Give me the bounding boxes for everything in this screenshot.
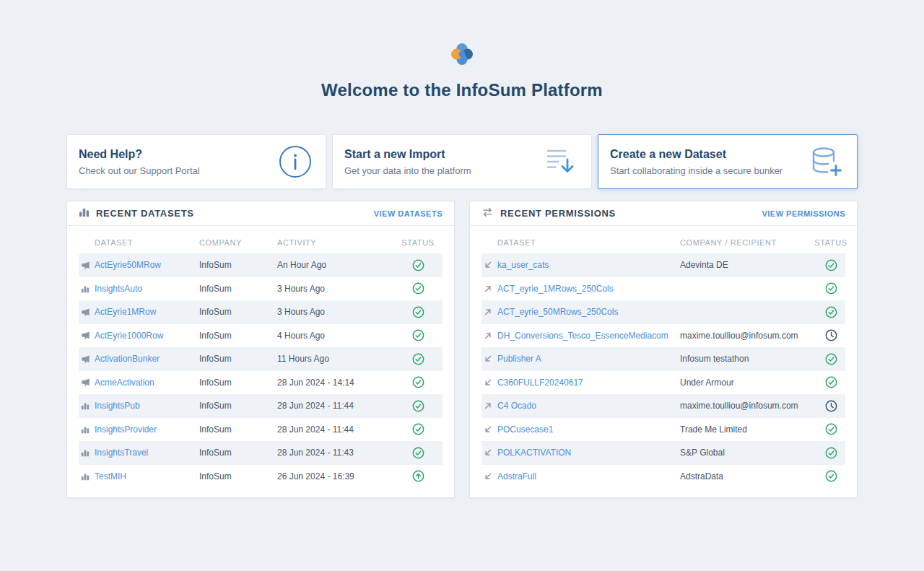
- permission-row[interactable]: POCusecase1Trade Me Limited: [481, 418, 845, 442]
- permission-row[interactable]: ACT_eyrie_50MRows_250Cols: [481, 300, 845, 324]
- check-circle-icon: [393, 447, 443, 459]
- dataset-activity: 28 Jun 2024 - 11:43: [277, 448, 393, 458]
- megaphone-icon: [79, 354, 95, 364]
- permission-dataset-link[interactable]: ACT_eyrie_1MRows_250Cols: [497, 284, 614, 294]
- permission-row[interactable]: AdstraFullAdstraData: [481, 465, 845, 489]
- dataset-link[interactable]: ActivationBunker: [95, 354, 160, 364]
- dataset-link[interactable]: InsightsPub: [95, 401, 140, 411]
- bar-chart-icon: [79, 206, 90, 220]
- permission-dataset-link[interactable]: C4 Ocado: [497, 401, 536, 411]
- dataset-row[interactable]: InsightsTravelInfoSum28 Jun 2024 - 11:43: [79, 441, 443, 465]
- bar-chart-icon: [79, 448, 95, 457]
- arrow-up-right-icon: [481, 401, 497, 410]
- card-subtitle: Start collaborating inside a secure bunk…: [610, 165, 783, 176]
- check-circle-icon: [816, 306, 845, 318]
- card-text: Create a new Dataset Start collaborating…: [610, 148, 783, 176]
- column-header: STATUS: [393, 238, 443, 247]
- check-circle-icon: [393, 423, 443, 435]
- dataset-link[interactable]: ActEyrie1MRow: [95, 307, 156, 317]
- card-title: Start a new Import: [344, 148, 471, 161]
- check-circle-icon: [393, 400, 443, 412]
- logo-container: [66, 0, 858, 69]
- dataset-row[interactable]: TestMIHInfoSum26 Jun 2024 - 16:39: [79, 465, 443, 489]
- dataset-company: InfoSum: [199, 448, 277, 458]
- dataset-activity: 26 Jun 2024 - 16:39: [277, 471, 393, 481]
- dataset-row[interactable]: AcmeActivationInfoSum28 Jun 2024 - 14:14: [79, 371, 443, 395]
- permission-dataset-link[interactable]: POLKACTIVATION: [497, 448, 571, 458]
- dataset-link[interactable]: ActEyrie50MRow: [95, 260, 161, 270]
- card-text: Start a new Import Get your data into th…: [344, 148, 471, 176]
- dataset-name-cell: ActEyrie50MRow: [95, 260, 199, 270]
- create-dataset-card[interactable]: Create a new Dataset Start collaborating…: [598, 134, 858, 189]
- dataset-link[interactable]: ActEyrie1000Row: [95, 331, 163, 341]
- dataset-company: InfoSum: [199, 378, 277, 388]
- permission-recipient: Trade Me Limited: [680, 424, 816, 435]
- bar-chart-icon: [79, 425, 95, 434]
- dataset-company: InfoSum: [199, 331, 277, 341]
- dataset-name-cell: InsightsAuto: [95, 284, 199, 294]
- permission-row[interactable]: POLKACTIVATIONS&P Global: [481, 441, 845, 465]
- dataset-link[interactable]: AcmeActivation: [95, 378, 154, 388]
- check-circle-icon: [816, 259, 845, 271]
- permission-row[interactable]: Publisher AInfosum testathon: [481, 347, 845, 371]
- clock-icon: [816, 329, 845, 341]
- permission-recipient: Adevinta DE: [680, 260, 816, 270]
- check-circle-icon: [816, 376, 845, 388]
- permission-row[interactable]: C360FULLF20240617Under Armour: [481, 371, 845, 395]
- need-help-card[interactable]: Need Help? Check out our Support Portal: [66, 134, 326, 189]
- permission-dataset-link[interactable]: POCusecase1: [497, 424, 553, 435]
- page-title: Welcome to the InfoSum Platform: [66, 80, 858, 100]
- dataset-row[interactable]: InsightsAutoInfoSum3 Hours Ago: [79, 277, 443, 301]
- check-circle-icon: [393, 259, 443, 271]
- permission-recipient: Under Armour: [680, 378, 816, 388]
- dataset-company: InfoSum: [199, 471, 277, 481]
- dataset-link[interactable]: InsightsTravel: [95, 448, 148, 458]
- permission-row[interactable]: ka_user_catsAdevinta DE: [481, 253, 845, 277]
- permission-row[interactable]: ACT_eyrie_1MRows_250Cols: [481, 277, 845, 301]
- dataset-activity: 3 Hours Ago: [277, 284, 393, 294]
- dataset-link[interactable]: InsightsProvider: [95, 424, 157, 435]
- permission-row[interactable]: C4 Ocadomaxime.toulliou@infosum.com: [481, 394, 845, 418]
- permission-recipient: S&P Global: [680, 448, 816, 458]
- permission-dataset-link[interactable]: Publisher A: [497, 354, 541, 364]
- permission-name-cell: Publisher A: [497, 354, 680, 364]
- megaphone-icon: [79, 378, 95, 387]
- dataset-row[interactable]: InsightsProviderInfoSum28 Jun 2024 - 11:…: [79, 418, 443, 442]
- card-title: Need Help?: [79, 148, 200, 161]
- permission-dataset-link[interactable]: AdstraFull: [497, 471, 536, 481]
- recent-datasets-panel: RECENT DATASETS VIEW DATASETS DATASET CO…: [66, 201, 455, 498]
- card-text: Need Help? Check out our Support Portal: [79, 148, 200, 176]
- dataset-company: InfoSum: [199, 307, 277, 317]
- permission-name-cell: ka_user_cats: [497, 260, 680, 270]
- permission-dataset-link[interactable]: ACT_eyrie_50MRows_250Cols: [497, 307, 618, 317]
- permission-dataset-link[interactable]: ka_user_cats: [497, 260, 549, 270]
- infosum-logo-icon: [450, 42, 474, 69]
- dataset-row[interactable]: ActEyrie1000RowInfoSum4 Hours Ago: [79, 324, 443, 348]
- dataset-row[interactable]: ActEyrie1MRowInfoSum3 Hours Ago: [79, 300, 443, 324]
- permission-row[interactable]: DH_Conversions_Tesco_EssenceMediacommaxi…: [481, 324, 845, 348]
- permission-name-cell: C360FULLF20240617: [497, 378, 680, 388]
- check-circle-icon: [816, 447, 845, 459]
- dataset-link[interactable]: InsightsAuto: [95, 284, 142, 294]
- check-circle-icon: [816, 282, 845, 295]
- dataset-company: InfoSum: [199, 354, 277, 364]
- permission-dataset-link[interactable]: DH_Conversions_Tesco_EssenceMediacom: [497, 331, 668, 341]
- view-permissions-link[interactable]: VIEW PERMISSIONS: [762, 209, 845, 218]
- permission-recipient: maxime.toulliou@infosum.com: [680, 401, 816, 411]
- start-import-card[interactable]: Start a new Import Get your data into th…: [332, 134, 592, 189]
- dataset-row[interactable]: InsightsPubInfoSum28 Jun 2024 - 11:44: [79, 394, 443, 418]
- check-circle-icon: [393, 282, 443, 295]
- dataset-link[interactable]: TestMIH: [95, 471, 126, 481]
- dataset-row[interactable]: ActivationBunkerInfoSum11 Hours Ago: [79, 347, 443, 371]
- arrow-up-right-icon: [481, 331, 497, 340]
- clock-icon: [816, 400, 845, 412]
- permission-name-cell: POLKACTIVATION: [497, 448, 680, 458]
- dataset-company: InfoSum: [199, 401, 277, 411]
- view-datasets-link[interactable]: VIEW DATASETS: [374, 209, 443, 218]
- check-circle-icon: [816, 353, 845, 365]
- permission-dataset-link[interactable]: C360FULLF20240617: [497, 378, 583, 388]
- dataset-activity: 4 Hours Ago: [277, 331, 393, 341]
- dataset-row[interactable]: ActEyrie50MRowInfoSumAn Hour Ago: [79, 253, 443, 277]
- datasets-panel-header: RECENT DATASETS VIEW DATASETS: [67, 201, 454, 226]
- arrow-down-left-icon: [481, 378, 497, 387]
